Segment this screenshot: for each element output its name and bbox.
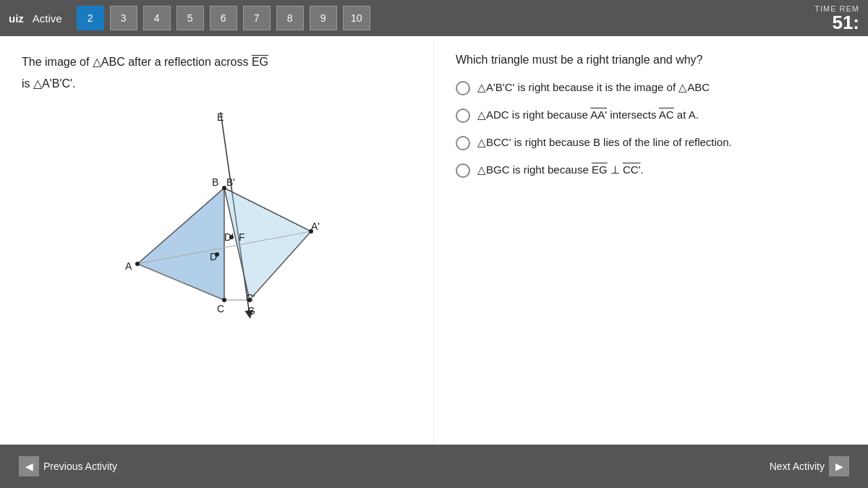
right-panel: Which triangle must be a right triangle … — [434, 36, 868, 445]
quiz-label: uiz — [9, 12, 24, 25]
svg-text:B': B' — [226, 176, 235, 188]
geometry-diagram: E B B' A A' F D' D C C' — [98, 105, 344, 329]
question-num-4[interactable]: 4 — [143, 6, 171, 30]
left-panel: The image of △ABC after a reflection acr… — [0, 36, 434, 445]
svg-text:F: F — [239, 231, 245, 243]
svg-text:A: A — [125, 260, 132, 272]
next-arrow-icon[interactable]: ▶ — [829, 456, 849, 476]
header: uiz Active 2 3 4 5 6 7 8 9 10 TIME REM 5… — [0, 0, 868, 36]
svg-point-24 — [215, 252, 219, 257]
svg-point-19 — [135, 262, 140, 266]
question-num-2[interactable]: 2 — [77, 6, 104, 30]
prev-activity-label: Previous Activity — [43, 461, 117, 472]
active-label: Active — [33, 12, 62, 25]
question-num-8[interactable]: 8 — [276, 6, 304, 30]
next-activity-label: Next Activity — [770, 461, 825, 472]
question-num-6[interactable]: 6 — [210, 6, 237, 30]
svg-point-22 — [247, 298, 252, 302]
radio-2[interactable] — [456, 108, 470, 123]
svg-marker-2 — [224, 188, 311, 300]
svg-text:B: B — [212, 176, 218, 188]
svg-point-20 — [222, 298, 226, 302]
answer-text-1: △A'B'C' is right because it is the image… — [477, 80, 710, 95]
next-activity-button[interactable]: Next Activity ▶ — [762, 452, 856, 481]
question-num-10[interactable]: 10 — [343, 6, 370, 30]
question-line2: is △A'B'C'. — [22, 77, 419, 90]
answer-text-3: △BCC' is right because B lies of the lin… — [477, 134, 732, 150]
svg-text:G: G — [247, 305, 255, 317]
radio-1[interactable] — [456, 81, 470, 95]
question-num-5[interactable]: 5 — [176, 6, 204, 30]
svg-point-23 — [229, 235, 234, 239]
svg-point-18 — [222, 186, 226, 190]
answer-option-4[interactable]: △BGC is right because EG ⊥ CC'. — [456, 162, 846, 178]
svg-text:E: E — [217, 111, 224, 123]
prev-arrow-icon[interactable]: ◀ — [19, 456, 39, 476]
answer-option-1[interactable]: △A'B'C' is right because it is the image… — [456, 80, 846, 95]
question-num-7[interactable]: 7 — [243, 6, 271, 30]
question-num-9[interactable]: 9 — [310, 6, 337, 30]
timer-block: TIME REM 51: — [814, 4, 859, 32]
diagram-container: E B B' A A' F D' D C C' — [22, 105, 419, 329]
svg-marker-1 — [137, 188, 224, 300]
answer-option-3[interactable]: △BCC' is right because B lies of the lin… — [456, 134, 846, 150]
svg-text:C: C — [217, 303, 224, 314]
timer-value: 51: — [814, 13, 859, 32]
prev-activity-button[interactable]: ◀ Previous Activity — [12, 452, 124, 481]
answer-option-2[interactable]: △ADC is right because AA' intersects AC … — [456, 107, 846, 123]
footer: ◀ Previous Activity Next Activity ▶ — [0, 445, 868, 488]
right-question: Which triangle must be a right triangle … — [456, 53, 846, 67]
question-line1: The image of △ABC after a reflection acr… — [22, 53, 419, 71]
radio-3[interactable] — [456, 136, 470, 150]
question-num-3[interactable]: 3 — [110, 6, 137, 30]
radio-4[interactable] — [456, 163, 470, 178]
main-content: The image of △ABC after a reflection acr… — [0, 36, 868, 445]
answer-text-4: △BGC is right because EG ⊥ CC'. — [477, 162, 644, 177]
answer-text-2: △ADC is right because AA' intersects AC … — [477, 107, 699, 122]
svg-point-21 — [309, 229, 313, 234]
